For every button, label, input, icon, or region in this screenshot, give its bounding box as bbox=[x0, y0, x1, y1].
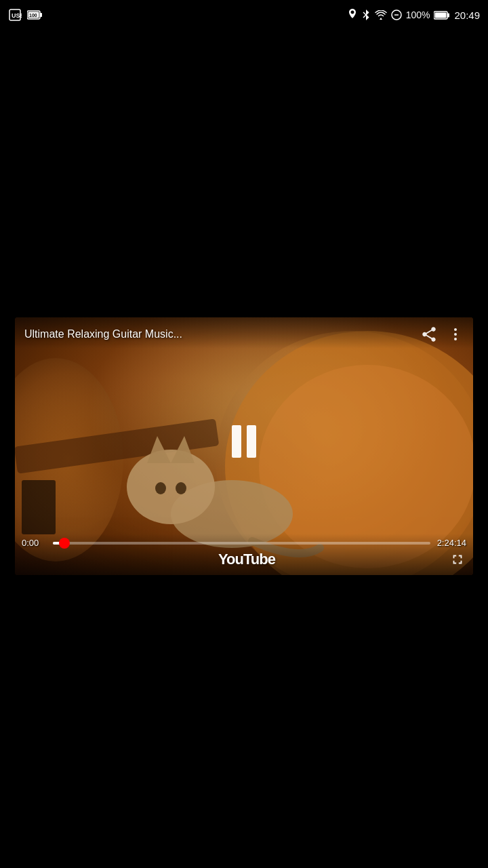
video-title: Ultimate Relaxing Guitar Music... bbox=[24, 328, 413, 340]
progress-track[interactable] bbox=[53, 542, 430, 545]
bluetooth-icon bbox=[361, 8, 371, 22]
svg-text:100: 100 bbox=[29, 13, 37, 18]
youtube-logo: YouTube bbox=[218, 551, 275, 568]
share-icon[interactable] bbox=[420, 326, 438, 343]
current-time: 0:00 bbox=[22, 538, 46, 548]
do-not-disturb-icon bbox=[391, 9, 402, 20]
fullscreen-icon[interactable] bbox=[450, 552, 465, 567]
video-top-bar: Ultimate Relaxing Guitar Music... bbox=[15, 317, 473, 349]
total-time: 2:24:14 bbox=[437, 538, 466, 548]
progress-dot[interactable] bbox=[59, 538, 70, 549]
status-time: 20:49 bbox=[454, 9, 480, 21]
svg-rect-3 bbox=[40, 13, 42, 17]
battery-100-icon: 100 bbox=[27, 10, 42, 20]
more-options-icon[interactable] bbox=[447, 326, 464, 342]
volume-panel bbox=[22, 480, 56, 534]
location-icon bbox=[348, 9, 357, 21]
svg-point-25 bbox=[454, 333, 457, 336]
battery-percent: 100% bbox=[406, 9, 430, 20]
svg-rect-12 bbox=[435, 12, 447, 18]
wifi-icon bbox=[375, 10, 387, 20]
svg-rect-11 bbox=[447, 13, 449, 17]
video-bottom-bar: 0:00 2:24:14 YouTube bbox=[15, 534, 473, 575]
pause-bar-left bbox=[232, 425, 241, 458]
video-top-icons[interactable] bbox=[420, 326, 464, 343]
pause-button-area[interactable] bbox=[15, 349, 473, 534]
status-bar: USB 100 bbox=[0, 0, 488, 30]
battery-icon bbox=[434, 11, 450, 20]
pause-button[interactable] bbox=[232, 425, 256, 458]
svg-point-26 bbox=[454, 338, 457, 340]
status-right-icons: 100% 20:49 bbox=[348, 8, 480, 22]
pause-bar-right bbox=[247, 425, 256, 458]
video-player[interactable]: Ultimate Relaxing Guitar Music... bbox=[15, 317, 473, 575]
status-left-icons: USB 100 bbox=[8, 8, 42, 22]
usb-icon: USB bbox=[8, 8, 22, 22]
svg-point-24 bbox=[454, 328, 457, 331]
svg-text:USB: USB bbox=[12, 12, 22, 19]
progress-area[interactable]: 0:00 2:24:14 bbox=[22, 538, 466, 548]
video-controls-overlay: Ultimate Relaxing Guitar Music... bbox=[15, 317, 473, 575]
bottom-row: YouTube bbox=[22, 551, 466, 568]
